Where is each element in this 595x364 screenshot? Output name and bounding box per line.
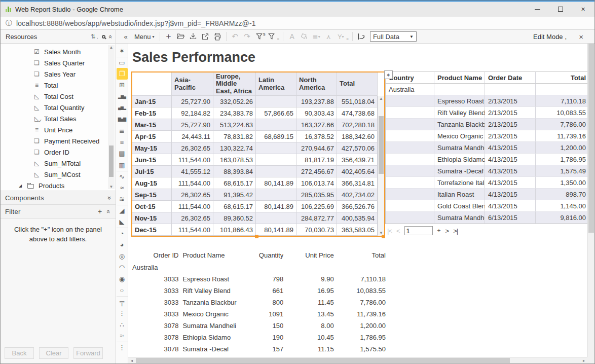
order-id-header[interactable]: Order ID	[132, 251, 178, 259]
wizard-icon[interactable]: ✶	[117, 45, 128, 57]
clear-button[interactable]: Clear	[39, 347, 68, 359]
total-cell[interactable]: 10,083.55	[536, 107, 589, 119]
details-column-header[interactable]: Product Name	[434, 72, 485, 84]
crosstab-cell[interactable]: 366,526.76	[337, 201, 378, 212]
resource-item[interactable]: ≡ Total	[1, 80, 116, 91]
crosstab-cell[interactable]: 272,456.67	[296, 166, 337, 177]
unit-price-cell[interactable]: 11.15	[283, 345, 333, 353]
expand-panel-icon[interactable]: «	[106, 196, 113, 200]
filter-values-button[interactable]: $	[254, 31, 265, 42]
product-cell[interactable]: Mexico Organic	[178, 310, 254, 318]
country-cell[interactable]	[386, 200, 434, 212]
quantity-cell[interactable]: 157	[254, 345, 284, 353]
edit-mode-button[interactable]: Edit Mode ,	[533, 33, 567, 41]
crosstab-cell[interactable]: 70,030.73	[296, 224, 337, 236]
line-baseline-icon[interactable]: ≋	[117, 194, 128, 205]
close-report-icon[interactable]: ×	[579, 32, 583, 41]
more-components-icon[interactable]: ⋮	[117, 342, 128, 353]
crosstab-cell[interactable]: 16,378.52	[296, 131, 337, 142]
resource-item[interactable]: ❏ Sales Quarter	[1, 57, 116, 68]
crosstab-cell[interactable]: 366,314.81	[337, 177, 378, 189]
product-cell[interactable]: Tanzania Blackbur	[178, 299, 254, 306]
quantity-cell[interactable]: 798	[254, 275, 284, 283]
stacked-bar-icon[interactable]: ≡	[117, 136, 128, 148]
product-cell[interactable]: Italian Roast	[434, 189, 485, 200]
quantity-cell[interactable]: 150	[254, 322, 284, 330]
crosstab-cell[interactable]: 24,443.11	[172, 131, 213, 142]
resource-item[interactable]: ◺✓ Total Sales	[1, 113, 116, 124]
components-panel-header[interactable]: Components «	[1, 191, 116, 205]
resource-folder-products[interactable]: ◢ Products	[1, 180, 116, 191]
product-cell[interactable]: Espresso Roast	[434, 95, 485, 107]
crosstab-cell[interactable]: 163,078.53	[213, 154, 256, 166]
resize-handle-bottom[interactable]	[255, 235, 258, 238]
back-button[interactable]: Back	[5, 347, 34, 359]
crosstab-cell[interactable]: 25,727.90	[172, 96, 213, 107]
product-cell[interactable]: Sumatra -Decaf	[178, 345, 254, 353]
total-cell[interactable]: 9,816.00	[536, 212, 589, 224]
address-bar[interactable]: ⓘ localhost:8888/webos/app/webstudio/ind…	[1, 17, 594, 30]
add-page-button[interactable]: +	[437, 227, 441, 234]
product-cell[interactable]: Rift Valley Blend	[178, 287, 254, 295]
total-header[interactable]: Total	[334, 251, 386, 259]
crosstab-cell[interactable]	[256, 189, 296, 201]
quantity-cell[interactable]: 1091	[254, 310, 284, 318]
total-cell[interactable]: 7,786.00	[334, 299, 386, 306]
swap-axes-button[interactable]	[356, 31, 367, 42]
crosstab-cell[interactable]	[256, 212, 296, 224]
scrollbar-thumb[interactable]	[109, 145, 114, 177]
crosstab-cell[interactable]: 91,395.42	[213, 189, 256, 201]
country-cell[interactable]: Australia	[386, 84, 434, 95]
crosstab-column-header[interactable]: Asia-Pacific	[172, 72, 213, 96]
total-cell[interactable]: 1,350.00	[536, 177, 589, 189]
total-cell[interactable]: 1,786.95	[536, 154, 589, 165]
crosstab-cell[interactable]: 551,018.04	[337, 96, 378, 107]
crosstab-cell[interactable]: 234,383.78	[213, 107, 256, 119]
crosstab-column-header[interactable]: North America	[296, 72, 337, 96]
last-page-button[interactable]: >|	[453, 227, 458, 235]
menu-button[interactable]: Menu ▾	[132, 33, 157, 41]
crosstab-cell[interactable]: 101,866.43	[213, 224, 256, 236]
crosstab-icon[interactable]: ❐	[117, 68, 128, 80]
unit-price-cell[interactable]: 8.00	[283, 322, 333, 330]
stacked-area-icon[interactable]: ◣	[117, 216, 128, 228]
crosstab-scrollbar[interactable]: ▲ ▼	[378, 96, 384, 236]
add-filter-icon[interactable]: +	[98, 207, 102, 215]
order-date-cell[interactable]: 4/13/2015	[485, 189, 536, 200]
country-cell[interactable]	[386, 142, 434, 154]
vertical-scrollbar[interactable]	[587, 44, 594, 357]
product-cell[interactable]: Mexico Organic	[434, 130, 485, 142]
info-icon[interactable]: ⓘ	[6, 19, 12, 28]
maximize-button[interactable]	[549, 2, 572, 17]
column-chart-icon[interactable]: ▂▆▄	[117, 91, 128, 102]
bar-grid-icon[interactable]: ▤	[117, 148, 128, 160]
crosstab-component[interactable]: Asia-Pacific Europe, Middle East, Africa…	[131, 71, 385, 237]
total-cell[interactable]: 1,145.00	[536, 200, 589, 212]
order-date-cell[interactable]: 4/13/2015	[485, 200, 536, 212]
filter-button[interactable]	[266, 31, 277, 42]
crosstab-row-header[interactable]: Jun-15	[132, 154, 172, 166]
details-table-component[interactable]: Country Product Name Order Date Total Au…	[385, 71, 589, 224]
more-options-icon[interactable]: =	[277, 37, 280, 41]
collapse-panel-icon[interactable]: «	[107, 34, 114, 38]
crosstab-row-header[interactable]: Mar-15	[132, 119, 172, 131]
country-cell[interactable]	[386, 95, 434, 107]
crosstab-row-header[interactable]: Nov-15	[132, 212, 172, 224]
undo-button[interactable]: ↶	[230, 31, 241, 42]
crosstab-cell[interactable]: 270,944.67	[296, 142, 337, 154]
unit-price-header[interactable]: Unit Price	[283, 251, 333, 259]
report-title[interactable]: Sales Performance	[132, 50, 255, 65]
crosstab-cell[interactable]	[256, 96, 296, 107]
new-report-button[interactable]: +	[163, 31, 174, 42]
resource-item[interactable]: ❏ Sales Year	[1, 68, 116, 80]
resources-panel-header[interactable]: Resources ⇅ . «	[1, 30, 116, 43]
order-date-cell[interactable]: 2/13/2015	[485, 95, 536, 107]
unit-price-cell[interactable]: 16.95	[283, 287, 333, 295]
product-cell[interactable]: Rift Valley Blend	[434, 107, 485, 119]
product-cell[interactable]: Tanzania Blackbur	[434, 119, 485, 130]
order-id-cell[interactable]: 3078	[132, 334, 178, 341]
crosstab-cell[interactable]: 26,302.65	[172, 189, 213, 201]
pie-chart-icon[interactable]: ◔	[117, 228, 128, 239]
print-button[interactable]	[212, 31, 223, 42]
total-cell[interactable]: 11,739.16	[334, 310, 386, 318]
